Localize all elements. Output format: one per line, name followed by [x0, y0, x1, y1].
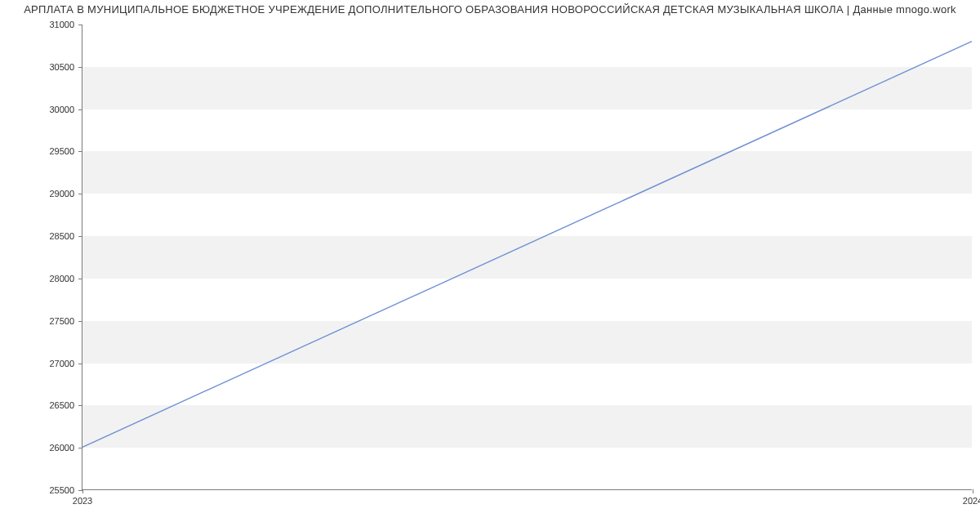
y-tick-mark: [78, 109, 82, 110]
x-tick-label: 2023: [73, 496, 92, 506]
y-tick-label: 28500: [49, 231, 74, 241]
y-tick-mark: [78, 236, 82, 237]
plot-area: 2550026000265002700027500280002850029000…: [82, 25, 972, 490]
y-tick-mark: [78, 279, 82, 279]
y-tick-label: 26000: [49, 443, 74, 453]
chart-title: АРПЛАТА В МУНИЦИПАЛЬНОЕ БЮДЖЕТНОЕ УЧРЕЖД…: [0, 3, 980, 16]
line-series: [82, 25, 972, 489]
y-tick-mark: [78, 25, 82, 25]
y-tick-mark: [78, 151, 82, 152]
y-tick-label: 31000: [49, 20, 74, 29]
x-tick-mark: [973, 489, 973, 493]
x-tick-mark: [82, 489, 83, 493]
y-tick-label: 25500: [49, 485, 74, 495]
y-tick-mark: [78, 448, 82, 448]
y-tick-label: 29000: [49, 189, 74, 199]
y-tick-label: 30500: [49, 62, 74, 72]
y-tick-mark: [78, 194, 82, 194]
y-tick-mark: [78, 321, 82, 322]
y-tick-mark: [78, 67, 82, 68]
x-tick-label: 2024: [963, 496, 980, 506]
series-line: [82, 42, 972, 448]
y-tick-mark: [78, 405, 82, 406]
y-tick-label: 30000: [49, 105, 74, 114]
y-tick-mark: [78, 364, 82, 364]
y-tick-label: 29500: [49, 146, 74, 156]
y-tick-label: 26500: [49, 400, 74, 410]
y-tick-label: 28000: [49, 274, 74, 283]
y-tick-label: 27500: [49, 316, 74, 326]
y-tick-label: 27000: [49, 359, 74, 368]
